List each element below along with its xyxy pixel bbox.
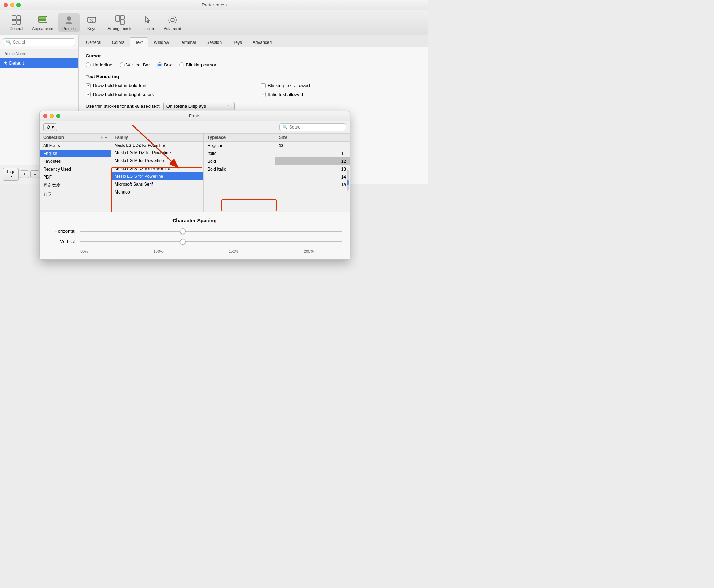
tab-window[interactable]: Window <box>148 37 174 47</box>
size-18[interactable]: 18 <box>275 181 350 189</box>
tab-colors[interactable]: Colors <box>107 37 130 47</box>
sidebar-search-wrap[interactable]: 🔍 <box>3 38 75 46</box>
thin-strokes-row: Use thin strokes for anti-aliased text O… <box>86 102 421 110</box>
draw-bold-bright-box[interactable] <box>86 92 91 97</box>
fonts-search-input[interactable] <box>289 125 343 130</box>
toolbar-item-profiles[interactable]: Profiles <box>58 13 80 32</box>
fonts-close-button[interactable] <box>43 114 47 118</box>
size-13[interactable]: 13 <box>275 165 350 173</box>
tab-advanced[interactable]: Advanced <box>247 37 277 47</box>
svg-text:⌘: ⌘ <box>90 19 94 22</box>
family-microsoft-sans[interactable]: Microsoft Sans Serif <box>111 180 203 188</box>
tab-general[interactable]: General <box>81 37 107 47</box>
cursor-underline[interactable]: Underline <box>86 62 112 67</box>
collection-favorites[interactable]: Favorites <box>40 157 111 165</box>
family-meslo-lg-m-dz[interactable]: Meslo LG M DZ for Powerline <box>111 149 203 157</box>
collections-add-icon[interactable]: + <box>101 135 103 140</box>
cursor-box[interactable]: Box <box>157 62 172 67</box>
size-12[interactable]: 12 <box>275 157 350 165</box>
fonts-search-icon: 🔍 <box>282 125 288 130</box>
svg-rect-11 <box>120 16 124 19</box>
draw-bold-bright-checkbox[interactable]: Draw bold text in bright colors <box>86 92 246 97</box>
fonts-gear-button[interactable]: ⚙ ▾ <box>43 123 57 131</box>
typeface-bold-italic[interactable]: Bold Italic <box>204 165 275 173</box>
sidebar-search: 🔍 <box>0 35 78 49</box>
collection-recently-used[interactable]: Recently Used <box>40 165 111 173</box>
vertical-bar-label: Vertical Bar <box>126 62 150 67</box>
svg-rect-12 <box>120 20 124 24</box>
box-label: Box <box>164 62 172 67</box>
family-meslo-lg-s[interactable]: Meslo LG S for Powerline <box>111 172 203 180</box>
toolbar-item-arrangements[interactable]: Arrangements <box>104 13 136 32</box>
italic-text-checkbox[interactable]: Italic text allowed <box>261 92 421 97</box>
thin-strokes-label: Use thin strokes for anti-aliased text <box>86 104 160 109</box>
typeface-regular[interactable]: Regular <box>204 142 275 150</box>
toolbar-item-advanced[interactable]: Advanced <box>160 13 185 32</box>
sidebar-search-input[interactable] <box>13 40 72 45</box>
close-button[interactable] <box>4 3 8 7</box>
remove-profile-button[interactable]: − <box>30 170 39 178</box>
text-rendering-title: Text Rendering <box>86 74 421 79</box>
draw-bold-font-box[interactable] <box>86 83 91 88</box>
blinking-text-box[interactable] <box>261 83 266 88</box>
spacing-section: Character Spacing Horizontal Vertical 50… <box>40 212 350 259</box>
advanced-icon <box>167 14 178 26</box>
size-11[interactable]: 11 <box>275 150 350 157</box>
size-14[interactable]: 14 <box>275 173 350 181</box>
tab-keys[interactable]: Keys <box>227 37 247 47</box>
typeface-bold[interactable]: Bold <box>204 157 275 165</box>
sidebar-header: Profile Name <box>0 49 78 58</box>
toolbar-item-general[interactable]: General <box>6 13 27 32</box>
toolbar-label-profiles: Profiles <box>62 26 76 31</box>
horizontal-slider-thumb[interactable] <box>180 228 186 234</box>
tab-terminal[interactable]: Terminal <box>174 37 201 47</box>
underline-label: Underline <box>92 62 112 67</box>
fonts-zoom-button[interactable] <box>56 114 60 118</box>
typeface-italic[interactable]: Italic <box>204 150 275 157</box>
underline-radio[interactable] <box>86 62 91 67</box>
tab-session[interactable]: Session <box>201 37 227 47</box>
fonts-minimize-button[interactable] <box>50 114 54 118</box>
toolbar-item-keys[interactable]: ⌘ Keys <box>81 13 102 32</box>
family-meslo-lg-s-dz[interactable]: Meslo LG S DZ for Powerline <box>111 165 203 172</box>
blinking-cursor-radio[interactable] <box>179 62 184 67</box>
vertical-slider[interactable] <box>80 241 342 242</box>
arrangements-icon <box>114 14 126 26</box>
cursor-vertical-bar[interactable]: Vertical Bar <box>120 62 150 67</box>
collection-fixed-width[interactable]: 固定宽度 <box>40 181 111 190</box>
family-monaco[interactable]: Monaco <box>111 188 203 196</box>
blinking-text-checkbox[interactable]: Blinking text allowed <box>261 83 421 88</box>
pointer-icon <box>142 14 154 26</box>
fonts-body: Collection + − All Fonts English Favorit… <box>40 134 350 212</box>
collection-english[interactable]: English <box>40 150 111 157</box>
size-input[interactable]: 12 <box>275 142 350 150</box>
toolbar-item-appearance[interactable]: Appearance <box>29 13 57 32</box>
thin-strokes-select[interactable]: On Retina Displays <box>163 102 235 110</box>
tab-text[interactable]: Text <box>130 37 148 47</box>
family-meslo-lg-l-dz[interactable]: Meslo LG L DZ for Powerline <box>111 142 203 149</box>
fonts-search-wrap[interactable]: 🔍 <box>279 123 346 131</box>
family-meslo-lg-m[interactable]: Meslo LG M for Powerline <box>111 157 203 165</box>
profiles-icon <box>63 14 75 26</box>
collection-katakana[interactable]: ヒラ <box>40 190 111 199</box>
zoom-button[interactable] <box>16 3 21 7</box>
sidebar-item-default[interactable]: ★ Default <box>0 58 78 68</box>
italic-text-box[interactable] <box>261 92 266 97</box>
horizontal-slider[interactable] <box>80 231 342 232</box>
vertical-label: Vertical <box>47 239 75 244</box>
minimize-button[interactable] <box>10 3 14 7</box>
cursor-blinking[interactable]: Blinking cursor <box>179 62 216 67</box>
draw-bold-font-label: Draw bold text in bold font <box>93 83 146 88</box>
spacing-label-100: 100% <box>154 249 164 253</box>
draw-bold-font-checkbox[interactable]: Draw bold text in bold font <box>86 83 246 88</box>
vertical-slider-thumb[interactable] <box>180 239 186 245</box>
add-profile-button[interactable]: + <box>20 170 29 178</box>
toolbar-item-pointer[interactable]: Pointer <box>137 13 159 32</box>
vertical-bar-radio[interactable] <box>120 62 125 67</box>
box-radio[interactable] <box>157 62 162 67</box>
collection-pdf[interactable]: PDF <box>40 173 111 181</box>
tags-button[interactable]: Tags > <box>3 168 19 181</box>
collection-all-fonts[interactable]: All Fonts <box>40 142 111 150</box>
fonts-gear-icon: ⚙ <box>46 125 50 130</box>
collections-remove-icon[interactable]: − <box>105 135 107 140</box>
